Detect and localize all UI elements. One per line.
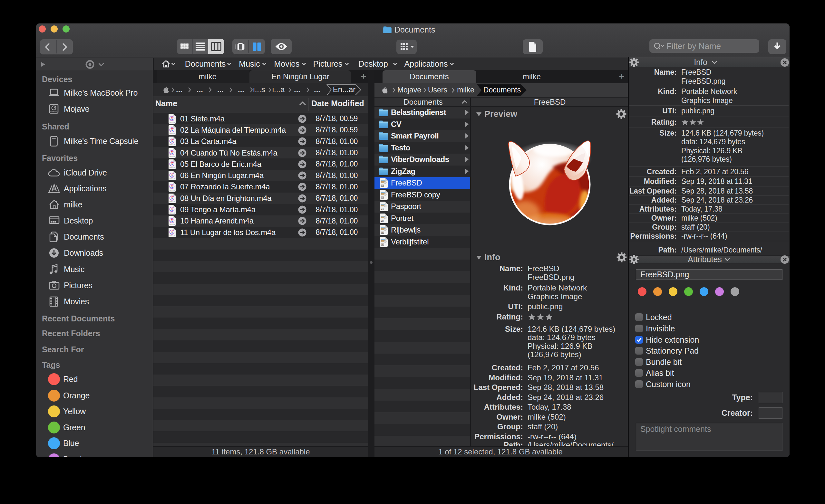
svg-text:MPEG 4: MPEG 4 <box>169 235 175 237</box>
svg-text:MPEG 4: MPEG 4 <box>169 121 175 123</box>
svg-text:PDF: PDF <box>381 243 384 245</box>
svg-text:PNG: PNG <box>381 184 384 186</box>
svg-text:PDF: PDF <box>381 208 384 210</box>
svg-text:PNG: PNG <box>381 196 384 198</box>
svg-text:MPEG 4: MPEG 4 <box>169 190 175 191</box>
svg-text:MPEG 4: MPEG 4 <box>169 224 175 226</box>
svg-text:MPEG 4: MPEG 4 <box>169 144 175 146</box>
svg-text:MPEG 4: MPEG 4 <box>169 201 175 202</box>
svg-text:MPEG 4: MPEG 4 <box>169 178 175 180</box>
svg-text:MPEG 4: MPEG 4 <box>169 212 175 214</box>
svg-text:PNG: PNG <box>381 220 384 222</box>
svg-text:MPEG 4: MPEG 4 <box>169 167 175 168</box>
svg-text:PDF: PDF <box>381 232 384 234</box>
svg-text:MPEG 4: MPEG 4 <box>169 133 175 134</box>
svg-text:MPEG 4: MPEG 4 <box>169 156 175 157</box>
